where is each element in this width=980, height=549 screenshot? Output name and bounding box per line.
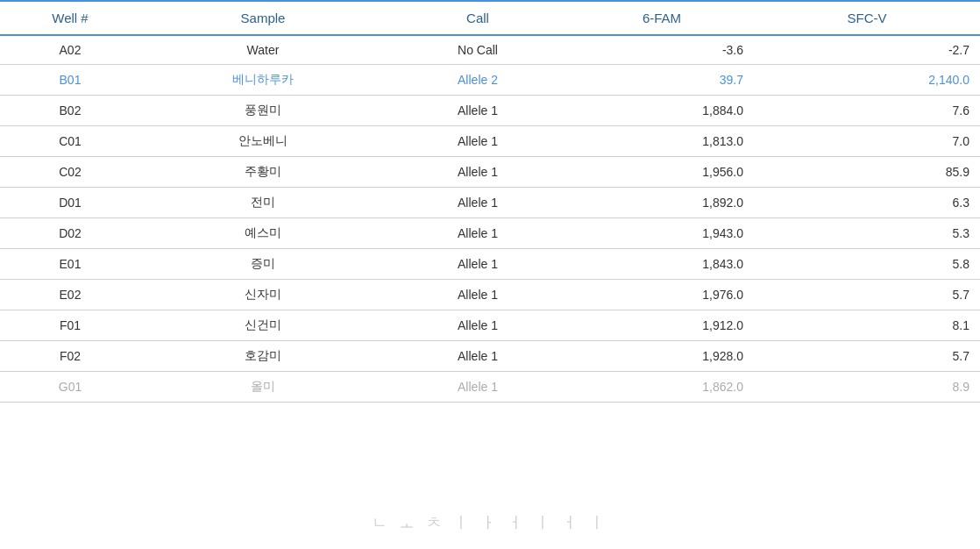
cell-call: Allele 1 bbox=[386, 249, 570, 280]
cell-call: No Call bbox=[386, 35, 570, 65]
cell-fam: -3.6 bbox=[570, 35, 754, 65]
cell-sfc: 5.8 bbox=[754, 249, 980, 280]
cell-sample: 베니하루카 bbox=[140, 65, 386, 96]
table-row: A02WaterNo Call-3.6-2.7 bbox=[0, 35, 980, 65]
cell-fam: 1,928.0 bbox=[570, 341, 754, 372]
cell-fam: 1,843.0 bbox=[570, 249, 754, 280]
table-row: C02주황미Allele 11,956.085.9 bbox=[0, 157, 980, 188]
cell-fam: 1,892.0 bbox=[570, 188, 754, 218]
cell-fam: 1,862.0 bbox=[570, 372, 754, 403]
header-row: Well # Sample Call 6-FAM SFC-V bbox=[0, 1, 980, 35]
table-container: Well # Sample Call 6-FAM SFC-V A02WaterN… bbox=[0, 0, 980, 549]
cell-sfc: 7.0 bbox=[754, 126, 980, 157]
cell-well: D01 bbox=[0, 188, 140, 218]
cell-well: A02 bbox=[0, 35, 140, 65]
cell-fam: 1,976.0 bbox=[570, 280, 754, 310]
cell-sfc: 5.7 bbox=[754, 341, 980, 372]
cell-call: Allele 1 bbox=[386, 126, 570, 157]
cell-sample: Water bbox=[140, 35, 386, 65]
cell-well: C01 bbox=[0, 126, 140, 157]
cell-fam: 1,912.0 bbox=[570, 310, 754, 341]
table-row: F02호감미Allele 11,928.05.7 bbox=[0, 341, 980, 372]
cell-sfc: 8.1 bbox=[754, 310, 980, 341]
cell-call: Allele 1 bbox=[386, 218, 570, 249]
cell-sample: 안노베니 bbox=[140, 126, 386, 157]
cell-sfc: -2.7 bbox=[754, 35, 980, 65]
cell-well: G01 bbox=[0, 372, 140, 403]
cell-well: C02 bbox=[0, 157, 140, 188]
cell-fam: 1,943.0 bbox=[570, 218, 754, 249]
cell-sfc: 8.9 bbox=[754, 372, 980, 403]
cell-well: F02 bbox=[0, 341, 140, 372]
cell-sample: 예스미 bbox=[140, 218, 386, 249]
cell-sfc: 7.6 bbox=[754, 96, 980, 126]
cell-sample: 올미 bbox=[140, 372, 386, 403]
table-row: E02신자미Allele 11,976.05.7 bbox=[0, 280, 980, 310]
cell-sample: 증미 bbox=[140, 249, 386, 280]
cell-well: F01 bbox=[0, 310, 140, 341]
data-table: Well # Sample Call 6-FAM SFC-V A02WaterN… bbox=[0, 0, 980, 403]
cell-well: B01 bbox=[0, 65, 140, 96]
cell-call: Allele 1 bbox=[386, 96, 570, 126]
cell-sample: 호감미 bbox=[140, 341, 386, 372]
bottom-overlay: ㄴ ㅗ ㅊ ㅣ ㅏ ㅓ ㅣ ㅓ ㅣ bbox=[0, 496, 980, 549]
cell-well: E02 bbox=[0, 280, 140, 310]
col-header-sample: Sample bbox=[140, 1, 386, 35]
cell-sample: 전미 bbox=[140, 188, 386, 218]
table-row: G01올미Allele 11,862.08.9 bbox=[0, 372, 980, 403]
table-row: D01전미Allele 11,892.06.3 bbox=[0, 188, 980, 218]
cell-call: Allele 1 bbox=[386, 372, 570, 403]
cell-call: Allele 2 bbox=[386, 65, 570, 96]
table-row: C01안노베니Allele 11,813.07.0 bbox=[0, 126, 980, 157]
col-header-call: Call bbox=[386, 1, 570, 35]
cell-well: E01 bbox=[0, 249, 140, 280]
col-header-well: Well # bbox=[0, 1, 140, 35]
cell-call: Allele 1 bbox=[386, 157, 570, 188]
cell-well: D02 bbox=[0, 218, 140, 249]
cell-sfc: 6.3 bbox=[754, 188, 980, 218]
cell-sfc: 85.9 bbox=[754, 157, 980, 188]
cell-sfc: 2,140.0 bbox=[754, 65, 980, 96]
bottom-watermark: ㄴ ㅗ ㅊ ㅣ ㅏ ㅓ ㅣ ㅓ ㅣ bbox=[372, 512, 608, 533]
cell-call: Allele 1 bbox=[386, 188, 570, 218]
cell-fam: 1,956.0 bbox=[570, 157, 754, 188]
cell-fam: 1,884.0 bbox=[570, 96, 754, 126]
cell-fam: 1,813.0 bbox=[570, 126, 754, 157]
table-row: D02예스미Allele 11,943.05.3 bbox=[0, 218, 980, 249]
cell-well: B02 bbox=[0, 96, 140, 126]
cell-sfc: 5.7 bbox=[754, 280, 980, 310]
cell-sfc: 5.3 bbox=[754, 218, 980, 249]
table-row: F01신건미Allele 11,912.08.1 bbox=[0, 310, 980, 341]
col-header-sfc: SFC-V bbox=[754, 1, 980, 35]
cell-call: Allele 1 bbox=[386, 280, 570, 310]
cell-sample: 주황미 bbox=[140, 157, 386, 188]
cell-sample: 신자미 bbox=[140, 280, 386, 310]
cell-sample: 신건미 bbox=[140, 310, 386, 341]
table-row: B02풍원미Allele 11,884.07.6 bbox=[0, 96, 980, 126]
cell-call: Allele 1 bbox=[386, 310, 570, 341]
table-row: B01베니하루카Allele 239.72,140.0 bbox=[0, 65, 980, 96]
cell-call: Allele 1 bbox=[386, 341, 570, 372]
cell-fam: 39.7 bbox=[570, 65, 754, 96]
table-row: E01증미Allele 11,843.05.8 bbox=[0, 249, 980, 280]
col-header-fam: 6-FAM bbox=[570, 1, 754, 35]
cell-sample: 풍원미 bbox=[140, 96, 386, 126]
